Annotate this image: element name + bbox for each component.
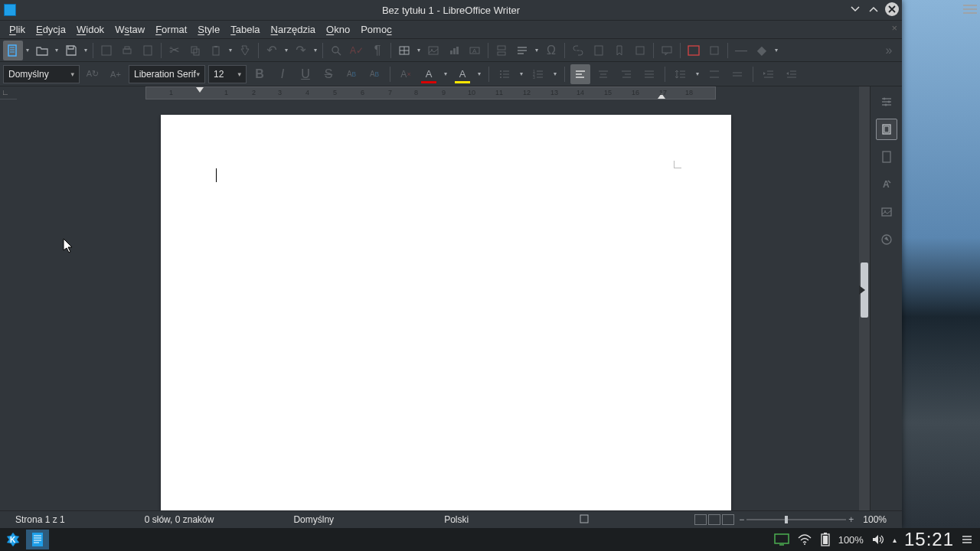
undo-button[interactable]: ↶: [262, 41, 282, 60]
number-list-dropdown[interactable]: ▾: [551, 64, 559, 84]
align-left-button[interactable]: [570, 64, 590, 84]
menubar-close-icon[interactable]: ×: [891, 22, 897, 34]
menu-okno[interactable]: Okno: [322, 22, 354, 37]
view-mode-icons[interactable]: [694, 514, 734, 525]
clone-format-button[interactable]: [235, 41, 255, 60]
open-dropdown[interactable]: ▾: [53, 41, 60, 60]
minimize-button[interactable]: [848, 2, 862, 16]
app-launcher-button[interactable]: K: [3, 530, 23, 549]
special-char-button[interactable]: Ω: [541, 41, 561, 60]
menu-narzedzia[interactable]: Narzędzia: [266, 22, 321, 37]
paragraph-style-select[interactable]: Domyślny▾: [3, 65, 80, 83]
font-name-select[interactable]: Liberation Serif▾: [129, 65, 205, 83]
toolbar-overflow-button[interactable]: »: [879, 41, 899, 60]
track-changes-show-button[interactable]: [704, 41, 724, 60]
insert-field-dropdown[interactable]: ▾: [533, 41, 541, 60]
underline-button[interactable]: U: [296, 64, 315, 84]
save-button[interactable]: [61, 41, 81, 60]
tray-battery-icon[interactable]: [820, 532, 831, 547]
maximize-button[interactable]: [867, 2, 880, 16]
menu-wstaw[interactable]: Wstaw: [110, 22, 149, 37]
clear-formatting-button[interactable]: A×: [396, 64, 416, 84]
line-spacing-dropdown[interactable]: ▾: [694, 64, 701, 84]
font-color-dropdown[interactable]: ▾: [442, 64, 449, 84]
bullet-list-dropdown[interactable]: ▾: [518, 64, 525, 84]
status-zoom[interactable]: 100%: [854, 514, 896, 525]
sidebar-manage-icon[interactable]: [876, 229, 897, 250]
view-book-icon[interactable]: [722, 514, 734, 525]
tray-wifi-icon[interactable]: [797, 533, 812, 546]
vertical-scrollbar[interactable]: [859, 86, 870, 510]
para-spacing-dec-button[interactable]: [727, 64, 747, 84]
font-color-button[interactable]: A: [419, 64, 439, 84]
align-center-button[interactable]: [593, 64, 613, 84]
align-right-button[interactable]: [616, 64, 636, 84]
redo-button[interactable]: ↷: [291, 41, 311, 60]
status-insert-mode[interactable]: [570, 514, 599, 527]
print-button[interactable]: [117, 41, 137, 60]
menu-edycja[interactable]: Edycja: [31, 22, 70, 37]
spellcheck-button[interactable]: A✓: [347, 41, 367, 60]
sidebar-gallery-icon[interactable]: A: [876, 174, 897, 195]
taskbar-writer-icon[interactable]: [26, 530, 49, 549]
paste-dropdown[interactable]: ▾: [227, 41, 234, 60]
open-button[interactable]: [32, 41, 52, 60]
tray-expand-icon[interactable]: ▴: [893, 536, 897, 544]
view-single-icon[interactable]: [694, 514, 707, 525]
desktop-menu-icon[interactable]: [963, 2, 977, 16]
new-dropdown[interactable]: ▾: [24, 41, 31, 60]
number-list-button[interactable]: 123: [528, 64, 548, 84]
cross-ref-button[interactable]: [630, 41, 650, 60]
export-pdf-button[interactable]: [96, 41, 116, 60]
footnote-button[interactable]: [589, 41, 609, 60]
close-button[interactable]: [885, 2, 899, 16]
status-style[interactable]: Domyślny: [284, 514, 343, 525]
new-style-button[interactable]: A+: [106, 64, 126, 84]
menu-widok[interactable]: Widok: [72, 22, 109, 37]
insert-chart-button[interactable]: [444, 41, 464, 60]
print-preview-button[interactable]: [138, 41, 158, 60]
document-page[interactable]: [161, 115, 731, 510]
page-viewport[interactable]: [17, 99, 859, 510]
align-justify-button[interactable]: [639, 64, 659, 84]
menu-style[interactable]: Style: [193, 22, 224, 37]
superscript-button[interactable]: AB: [341, 64, 361, 84]
sidebar-page-icon[interactable]: [876, 119, 897, 140]
cut-button[interactable]: ✂: [165, 41, 185, 60]
hyperlink-button[interactable]: [568, 41, 588, 60]
sidebar-collapse-handle[interactable]: [859, 285, 865, 295]
menu-format[interactable]: Format: [151, 22, 191, 37]
insert-field-button[interactable]: [512, 41, 532, 60]
tray-menu-icon[interactable]: [962, 534, 972, 545]
sidebar-styles-icon[interactable]: [876, 146, 897, 168]
insert-table-dropdown[interactable]: ▾: [415, 41, 423, 60]
page-break-button[interactable]: [492, 41, 511, 60]
indent-inc-button[interactable]: [759, 64, 779, 84]
comment-button[interactable]: [657, 41, 677, 60]
sidebar-properties-icon[interactable]: [876, 91, 897, 112]
zoom-knob[interactable]: [785, 516, 788, 523]
insert-textbox-button[interactable]: A: [465, 41, 485, 60]
strikethrough-button[interactable]: S: [318, 64, 338, 84]
menu-pomoc[interactable]: Pomoc: [356, 22, 396, 37]
sidebar-navigator-icon[interactable]: [876, 201, 897, 223]
font-size-select[interactable]: 12▾: [208, 65, 247, 83]
italic-button[interactable]: I: [273, 64, 292, 84]
status-page[interactable]: Strona 1 z 1: [6, 514, 74, 525]
menu-plik[interactable]: Plik: [5, 22, 30, 37]
indent-dec-button[interactable]: [782, 64, 802, 84]
status-words[interactable]: 0 słów, 0 znaków: [136, 514, 224, 525]
subscript-button[interactable]: AB: [364, 64, 384, 84]
highlight-button[interactable]: A: [452, 64, 472, 84]
menu-tabela[interactable]: Tabela: [226, 22, 264, 37]
horizontal-ruler[interactable]: 1123456789101112131415161718: [145, 86, 716, 99]
paste-button[interactable]: [206, 41, 226, 60]
tray-clock[interactable]: 15:21: [904, 529, 954, 550]
ruler-indent-marker[interactable]: [196, 87, 204, 93]
update-style-button[interactable]: A↻: [83, 64, 103, 84]
bullet-list-button[interactable]: [495, 64, 514, 84]
line-button[interactable]: —: [731, 41, 751, 60]
para-spacing-inc-button[interactable]: [704, 64, 724, 84]
copy-button[interactable]: [185, 41, 205, 60]
line-spacing-button[interactable]: [671, 64, 691, 84]
